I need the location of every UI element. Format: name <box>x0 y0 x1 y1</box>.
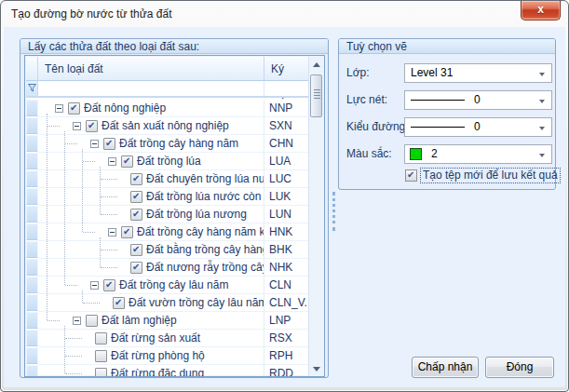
tree-row-CLN_V[interactable]: Đất vườn trồng cây lâu nămCLN_V... <box>26 294 308 312</box>
chevron-down-icon[interactable] <box>539 100 545 103</box>
tree-row-NHK[interactable]: Đất nương rẫy trồng cây ...NHK <box>26 259 308 277</box>
tree-row-NNP[interactable]: Đất nông nghiệpNNP <box>26 100 308 117</box>
row-checkbox-unchecked[interactable] <box>95 332 107 345</box>
chevron-down-icon[interactable] <box>539 154 545 157</box>
land-type-name: Đất trồng lúa nước còn lại <box>146 188 264 205</box>
tree-rows: Đất nông nghiệpNNPĐất sản xuất nông nghi… <box>26 100 308 376</box>
land-type-name: Đất trồng cây hàng năm <box>119 135 238 152</box>
tree-guide-line <box>47 114 47 320</box>
collapse-icon[interactable] <box>90 281 99 290</box>
tree-row-RDD[interactable]: Đất rừng đặc dụngRDD <box>26 365 308 376</box>
row-checkbox-checked[interactable] <box>130 262 142 274</box>
land-type-code: LUN <box>264 206 308 223</box>
row-checkbox-checked[interactable] <box>130 191 142 203</box>
column-header-name[interactable]: Tên loại đất <box>38 57 264 81</box>
row-checkbox-checked[interactable] <box>130 244 142 256</box>
row-indicator-cell[interactable] <box>26 223 38 240</box>
row-checkbox-checked[interactable] <box>86 120 98 132</box>
tree-row-LUN[interactable]: Đất trồng lúa nươngLUN <box>26 206 308 223</box>
color-label: Màu sắc: <box>346 144 392 164</box>
land-type-name: Đất trồng cây lâu năm <box>119 277 228 293</box>
row-indicator-cell[interactable] <box>26 100 38 116</box>
tree-row-SXN[interactable]: Đất sản xuất nông nghiệpSXN <box>26 117 308 135</box>
collapse-icon[interactable] <box>73 122 81 130</box>
row-checkbox-checked[interactable] <box>113 297 125 309</box>
row-indicator-cell[interactable] <box>26 135 38 152</box>
row-indicator-cell[interactable] <box>26 259 38 276</box>
column-header-code[interactable]: Ký hiệu <box>264 57 309 81</box>
new-file-checkbox[interactable] <box>405 169 417 182</box>
land-type-name-cell: Đất vườn trồng cây lâu năm <box>38 294 264 312</box>
chevron-down-icon[interactable] <box>539 127 545 130</box>
row-indicator-cell[interactable] <box>26 170 38 187</box>
title-bar[interactable]: Tạo đường bờ nước từ thửa đất x <box>1 1 568 27</box>
line-style-label: Kiểu đường: <box>346 117 409 137</box>
tree-guide-stub <box>101 196 117 197</box>
collapse-icon[interactable] <box>55 104 63 113</box>
row-checkbox-unchecked[interactable] <box>95 368 107 376</box>
collapse-icon[interactable] <box>90 140 99 148</box>
line-weight-dropdown[interactable]: 0 <box>404 90 552 110</box>
window-title: Tạo đường bờ nước từ thửa đất <box>11 7 172 20</box>
color-dropdown[interactable]: 2 <box>404 144 552 164</box>
row-checkbox-checked[interactable] <box>103 279 115 291</box>
tree-guide-stub <box>47 320 60 321</box>
filter-cell-code[interactable] <box>264 81 309 96</box>
collapse-icon[interactable] <box>108 157 116 166</box>
row-checkbox-checked[interactable] <box>130 209 142 221</box>
tree-guide-stub <box>83 303 100 304</box>
scrollbar-up-arrow-icon[interactable] <box>313 62 320 67</box>
land-type-code: LUK <box>264 188 308 206</box>
row-indicator-cell[interactable] <box>26 365 38 376</box>
row-indicator-cell[interactable] <box>26 347 38 364</box>
tree-row-LUA[interactable]: Đất trồng lúaLUA <box>26 153 308 170</box>
chevron-down-icon[interactable] <box>539 73 545 76</box>
row-checkbox-checked[interactable] <box>121 226 133 238</box>
close-button[interactable]: x <box>521 1 561 20</box>
collapse-icon[interactable] <box>108 228 116 237</box>
collapse-icon[interactable] <box>73 317 81 325</box>
close-dialog-button[interactable]: Đóng <box>485 357 554 378</box>
land-type-tree[interactable]: Tên loại đất Ký hiệu Đất nông nghiệpNNPĐ… <box>24 55 325 377</box>
land-type-code: NNP <box>264 100 308 117</box>
tree-filter-row[interactable] <box>26 81 308 98</box>
row-checkbox-checked[interactable] <box>130 173 142 185</box>
scrollbar-thumb[interactable] <box>310 74 322 117</box>
tree-guide-stub <box>65 373 82 374</box>
tree-row-LUC[interactable]: Đất chuyên trồng lúa nướcLUC <box>26 170 308 188</box>
row-indicator-cell[interactable] <box>26 206 38 223</box>
row-checkbox-checked[interactable] <box>103 138 115 150</box>
row-indicator-cell[interactable] <box>26 277 38 293</box>
row-checkbox-checked[interactable] <box>121 155 133 168</box>
tree-row-BHK[interactable]: Đất bằng trồng cây hàng...BHK <box>26 241 308 259</box>
tree-guide-line <box>64 326 65 373</box>
dialog-body: Lấy các thửa đất theo loại đất sau: Tên … <box>4 27 565 387</box>
row-indicator-cell[interactable] <box>26 294 38 311</box>
row-indicator-cell[interactable] <box>26 188 38 205</box>
tree-row-LUK[interactable]: Đất trồng lúa nước còn lạiLUK <box>26 188 308 206</box>
splitter-grip-icon <box>332 192 335 231</box>
filter-cell-name[interactable] <box>38 81 264 96</box>
row-checkbox-unchecked[interactable] <box>95 350 107 362</box>
row-checkbox-unchecked[interactable] <box>86 315 98 327</box>
panel-splitter[interactable] <box>331 38 337 378</box>
tree-row-HNK[interactable]: Đất trồng cây hàng năm khácHNK <box>26 223 308 241</box>
row-indicator-cell[interactable] <box>26 117 38 134</box>
land-type-name-cell: Đất chuyên trồng lúa nước <box>38 170 264 188</box>
row-indicator-cell[interactable] <box>26 153 38 169</box>
tree-guide-stub <box>101 267 117 268</box>
line-style-dropdown[interactable]: 0 <box>404 117 552 137</box>
accept-button[interactable]: Chấp nhận <box>412 357 479 378</box>
tree-header: Tên loại đất Ký hiệu <box>26 57 308 81</box>
scrollbar-down-arrow-icon[interactable] <box>313 367 320 372</box>
land-type-name-cell: Đất rừng đặc dụng <box>38 365 264 376</box>
tree-vertical-scrollbar[interactable] <box>308 57 323 377</box>
row-indicator-cell[interactable] <box>26 330 38 346</box>
land-type-name: Đất sản xuất nông nghiệp <box>102 117 229 134</box>
row-indicator-cell[interactable] <box>26 241 38 258</box>
layer-dropdown[interactable]: Level 31 <box>404 63 552 83</box>
row-checkbox-checked[interactable] <box>68 102 80 115</box>
land-type-code: CLN_V... <box>264 294 308 312</box>
tree-row-LNP[interactable]: Đất lâm nghiệpLNP <box>26 312 308 330</box>
row-indicator-cell[interactable] <box>26 312 38 329</box>
